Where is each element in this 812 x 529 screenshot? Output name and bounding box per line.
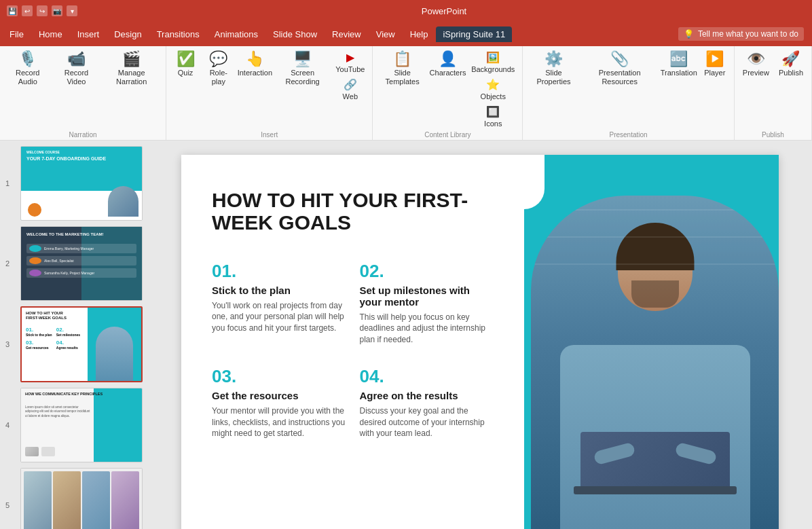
goals-grid: 01. Stick to the plan You'll work on rea… (212, 261, 494, 440)
presentation-resources-button[interactable]: 📎 Presentation Resources (582, 49, 658, 89)
menu-file[interactable]: File (3, 26, 31, 42)
goal-title-4: Agree on the results (360, 390, 494, 401)
menu-slideshow[interactable]: Slide Show (266, 26, 324, 42)
slide-properties-button[interactable]: ⚙️ Slide Properties (527, 49, 580, 89)
interaction-icon: 👆 (246, 52, 264, 67)
slide-main-content: HOW TO HIT YOUR FIRST-WEEK GOALS 01. Sti… (181, 155, 524, 530)
menu-home[interactable]: Home (32, 26, 69, 42)
publish-icon: 🚀 (781, 52, 800, 67)
slide-thumb-4[interactable]: HOW WE COMMUNICATE KEY PRINCIPLES Lorem … (20, 388, 143, 462)
background-shelves (531, 196, 779, 331)
slide-thumb-5[interactable]: Workplace Snack & Coffee Gym Lounge Room (20, 468, 143, 529)
slide-thumb-3[interactable]: HOW TO HIT YOURFIRST-WEEK GOALS 01.Stick… (20, 306, 143, 382)
media-buttons: ▶ YouTube 🔗 Web (332, 49, 368, 103)
backgrounds-button[interactable]: 🖼️ Backgrounds (468, 49, 518, 75)
menu-search[interactable]: 💡 Tell me what you want to do (678, 27, 804, 41)
camera-icon[interactable]: 📷 (52, 5, 62, 16)
goal-num-4: 04. (360, 366, 494, 387)
menu-ispring[interactable]: iSpring Suite 11 (436, 26, 512, 42)
presentation-label: Presentation (527, 130, 729, 139)
slide-image-panel (524, 155, 779, 530)
web-icon: 🔗 (344, 78, 357, 91)
slide-num-1: 1 (5, 179, 15, 187)
menu-help[interactable]: Help (403, 26, 435, 42)
slide2-title: WELCOME TO THE MARKETING TEAM! (26, 232, 104, 238)
goal-desc-1: You'll work on real projects from day on… (212, 300, 346, 334)
slide1-subtitle: WELCOME COURSE (26, 150, 106, 154)
publish-label: Publish (739, 130, 807, 139)
role-play-button[interactable]: 💬 Role-play (202, 49, 236, 89)
slide-canvas: HOW TO HIT YOUR FIRST-WEEK GOALS 01. Sti… (181, 155, 779, 530)
menu-insert[interactable]: Insert (71, 26, 107, 42)
youtube-button[interactable]: ▶ YouTube (332, 49, 368, 75)
record-video-button[interactable]: 📹 Record Video (53, 49, 100, 89)
main-layout: 1 WELCOME COURSE YOUR 7-DAY ONBOARDING G… (0, 141, 812, 529)
menu-view[interactable]: View (369, 26, 402, 42)
goal-item-3: 03. Get the resources Your mentor will p… (212, 366, 346, 439)
goal-desc-3: Your mentor will provide you with the li… (212, 405, 346, 439)
record-audio-button[interactable]: 🎙️ Record Audio (4, 49, 52, 89)
interaction-button[interactable]: 👆 Interaction (237, 49, 273, 80)
goal-num-2: 02. (360, 261, 494, 282)
presentation-buttons: ⚙️ Slide Properties 📎 Presentation Resou… (527, 49, 729, 130)
photo-container (531, 196, 779, 530)
characters-icon: 👤 (439, 52, 457, 67)
menu-design[interactable]: Design (107, 26, 148, 42)
insert-buttons: ✅ Quiz 💬 Role-play 👆 Interaction 🖥️ Scre… (170, 49, 368, 130)
screen-recording-button[interactable]: 🖥️ Screen Recording (274, 49, 331, 89)
player-button[interactable]: ▶️ Player (700, 49, 730, 80)
narration-label: Narration (4, 130, 162, 139)
slide-templates-button[interactable]: 📋 Slide Templates (377, 49, 427, 89)
slide1-title: YOUR 7-DAY ONBOARDING GUIDE (26, 156, 106, 162)
goal-title-1: Stick to the plan (212, 285, 346, 296)
mic-icon: 🎙️ (18, 52, 37, 67)
preview-button[interactable]: 👁️ Preview (739, 49, 773, 80)
ribbon-group-publish: 👁️ Preview 🚀 Publish Publish (735, 46, 812, 140)
slide-num-3: 3 (5, 340, 15, 348)
canvas-area: HOW TO HIT YOUR FIRST-WEEK GOALS 01. Sti… (148, 141, 812, 529)
search-text: Tell me what you want to do (698, 29, 798, 39)
goal-item-4: 04. Agree on the results Discuss your ke… (360, 366, 494, 439)
slide4-title: HOW WE COMMUNICATE KEY PRINCIPLES (25, 392, 103, 397)
content-label: Content Library (377, 130, 518, 139)
slide-thumb-2[interactable]: WELCOME TO THE MARKETING TEAM! Emma Barr… (20, 226, 143, 301)
more-icon[interactable]: ▾ (67, 5, 77, 16)
undo-icon[interactable]: ↩ (22, 5, 33, 16)
characters-button[interactable]: 👤 Characters (429, 49, 466, 80)
goal-item-1: 01. Stick to the plan You'll work on rea… (212, 261, 346, 346)
slide-main-heading: HOW TO HIT YOUR FIRST-WEEK GOALS (212, 189, 494, 234)
slide-num-4: 4 (5, 421, 15, 429)
slide-row-5: 5 Workplace Snack & Coffee Gym Lounge Ro… (5, 468, 143, 529)
menu-review[interactable]: Review (325, 26, 368, 42)
screen-rec-icon: 🖥️ (293, 52, 312, 67)
menu-transitions[interactable]: Transitions (150, 26, 206, 42)
slide3-title: HOW TO HIT YOURFIRST-WEEK GOALS (26, 311, 67, 321)
ribbon: 🎙️ Record Audio 📹 Record Video 🎬 Manage … (0, 46, 812, 141)
goal-desc-4: Discuss your key goal and the desired ou… (360, 405, 494, 439)
icons-icon: 🔲 (486, 105, 500, 118)
slide-num-2: 2 (5, 259, 15, 268)
redo-icon[interactable]: ↪ (37, 5, 48, 16)
ribbon-group-content: 📋 Slide Templates 👤 Characters 🖼️ Backgr… (373, 46, 523, 140)
content-buttons: 📋 Slide Templates 👤 Characters 🖼️ Backgr… (377, 49, 518, 130)
goal-title-3: Get the resources (212, 390, 346, 401)
menu-animations[interactable]: Animations (208, 26, 265, 42)
web-button[interactable]: 🔗 Web (332, 76, 368, 103)
ribbon-group-presentation: ⚙️ Slide Properties 📎 Presentation Resou… (523, 46, 734, 140)
goal-desc-2: This will help you focus on key deadline… (360, 312, 494, 346)
translation-button[interactable]: 🔤 Translation (659, 49, 699, 80)
narration-buttons: 🎙️ Record Audio 📹 Record Video 🎬 Manage … (4, 49, 162, 130)
youtube-icon: ▶ (346, 51, 354, 64)
menu-bar: File Home Insert Design Transitions Anim… (0, 22, 812, 46)
save-icon[interactable]: 💾 (7, 5, 18, 16)
slide-panel[interactable]: 1 WELCOME COURSE YOUR 7-DAY ONBOARDING G… (0, 141, 148, 529)
manage-narration-button[interactable]: 🎬 Manage Narration (101, 49, 162, 89)
objects-button[interactable]: ⭐ Objects (468, 76, 518, 103)
slide-row-1: 1 WELCOME COURSE YOUR 7-DAY ONBOARDING G… (5, 146, 143, 221)
slide-thumb-1[interactable]: WELCOME COURSE YOUR 7-DAY ONBOARDING GUI… (20, 146, 143, 221)
quiz-button[interactable]: ✅ Quiz (170, 49, 200, 80)
quiz-icon: ✅ (177, 52, 195, 67)
publish-button[interactable]: 🚀 Publish (775, 49, 807, 80)
icons-button[interactable]: 🔲 Icons (468, 103, 518, 130)
goal-item-2: 02. Set up milestones with your mentor T… (360, 261, 494, 346)
